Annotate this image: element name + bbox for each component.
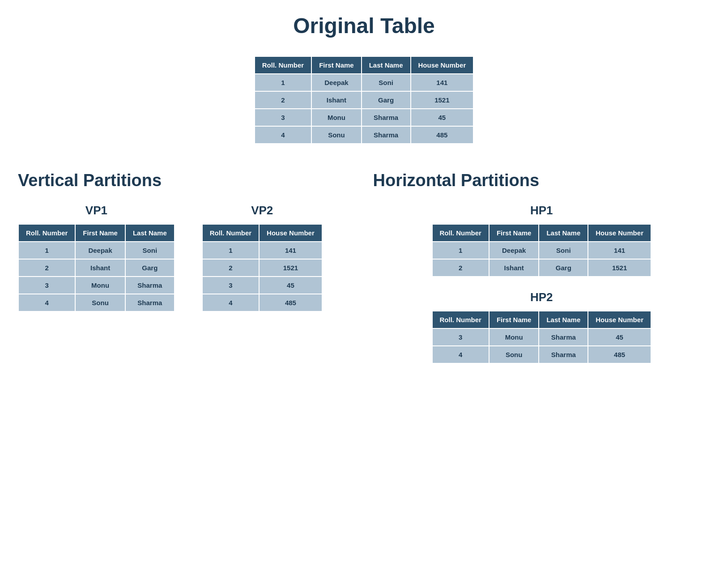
table-cell: Sharma (362, 126, 411, 144)
table-cell: 1521 (259, 259, 322, 277)
vp-container: VP1 Roll. NumberFirst NameLast Name1Deep… (18, 204, 355, 312)
table-cell: Ishant (75, 259, 125, 277)
vp2-table: Roll. NumberHouse Number1141215213454485 (202, 224, 323, 312)
table-cell: 4 (255, 126, 311, 144)
table-row: 2IshantGarg1521 (255, 91, 473, 109)
table-cell: Garg (539, 259, 588, 277)
hp2-title: HP2 (530, 290, 553, 304)
table-header: Last Name (362, 56, 411, 74)
table-row: 3MonuSharma45 (255, 109, 473, 126)
table-cell: 4 (202, 294, 259, 311)
horizontal-partitions-section: Horizontal Partitions HP1 Roll. NumberFi… (373, 171, 711, 364)
vp1-title: VP1 (85, 204, 107, 217)
table-cell: Ishant (489, 259, 539, 277)
table-cell: 1 (255, 74, 311, 91)
table-row: 1141 (202, 242, 322, 259)
table-cell: 141 (411, 74, 474, 91)
table-header: House Number (411, 56, 474, 74)
table-cell: Sharma (125, 294, 175, 311)
hp-container: HP1 Roll. NumberFirst NameLast NameHouse… (373, 204, 711, 364)
table-cell: 45 (588, 328, 651, 346)
table-row: 2IshantGarg1521 (432, 259, 651, 277)
table-cell: Sonu (311, 126, 362, 144)
table-row: 3MonuSharma45 (432, 328, 651, 346)
table-cell: Ishant (311, 91, 362, 109)
table-cell: Deepak (489, 242, 539, 259)
table-cell: 4 (18, 294, 75, 311)
table-cell: 2 (255, 91, 311, 109)
vp2-block: VP2 Roll. NumberHouse Number114121521345… (202, 204, 323, 312)
vp2-title: VP2 (251, 204, 273, 217)
table-cell: Deepak (75, 242, 125, 259)
table-header: First Name (75, 224, 125, 242)
table-row: 3MonuSharma (18, 277, 175, 294)
table-cell: 141 (588, 242, 651, 259)
table-cell: Soni (125, 242, 175, 259)
table-row: 4485 (202, 294, 322, 311)
table-header: House Number (259, 224, 322, 242)
hp2-table: Roll. NumberFirst NameLast NameHouse Num… (432, 311, 651, 364)
hp1-title: HP1 (530, 204, 553, 217)
table-cell: Sharma (362, 109, 411, 126)
table-cell: Soni (539, 242, 588, 259)
table-cell: 3 (202, 277, 259, 294)
table-cell: 485 (588, 346, 651, 363)
table-cell: 2 (432, 259, 489, 277)
vp1-block: VP1 Roll. NumberFirst NameLast Name1Deep… (18, 204, 175, 312)
table-cell: 1 (18, 242, 75, 259)
table-header: Roll. Number (18, 224, 75, 242)
table-cell: 1 (432, 242, 489, 259)
table-cell: Deepak (311, 74, 362, 91)
table-cell: Monu (311, 109, 362, 126)
table-cell: 3 (18, 277, 75, 294)
hp1-table: Roll. NumberFirst NameLast NameHouse Num… (432, 224, 651, 277)
table-header: Roll. Number (432, 311, 489, 328)
original-table: Roll. NumberFirst NameLast NameHouse Num… (254, 56, 474, 144)
table-cell: 2 (18, 259, 75, 277)
table-header: House Number (588, 311, 651, 328)
table-header: First Name (489, 311, 539, 328)
vp1-table: Roll. NumberFirst NameLast Name1DeepakSo… (18, 224, 175, 312)
table-row: 1DeepakSoni (18, 242, 175, 259)
table-cell: 1 (202, 242, 259, 259)
table-cell: 45 (259, 277, 322, 294)
table-cell: Garg (125, 259, 175, 277)
table-cell: Garg (362, 91, 411, 109)
table-cell: 3 (255, 109, 311, 126)
table-row: 1DeepakSoni141 (255, 74, 473, 91)
table-cell: 4 (432, 346, 489, 363)
table-cell: Monu (489, 328, 539, 346)
table-row: 2IshantGarg (18, 259, 175, 277)
page-title: Original Table (18, 13, 710, 38)
table-row: 4SonuSharma485 (255, 126, 473, 144)
table-cell: Sonu (75, 294, 125, 311)
table-header: House Number (588, 224, 651, 242)
table-cell: Sonu (489, 346, 539, 363)
hp1-block: HP1 Roll. NumberFirst NameLast NameHouse… (432, 204, 651, 277)
table-cell: Soni (362, 74, 411, 91)
table-cell: 485 (411, 126, 474, 144)
table-row: 1DeepakSoni141 (432, 242, 651, 259)
table-header: Last Name (539, 224, 588, 242)
horizontal-partitions-title: Horizontal Partitions (373, 171, 711, 190)
table-header: Roll. Number (255, 56, 311, 74)
table-cell: Sharma (125, 277, 175, 294)
bottom-sections: Vertical Partitions VP1 Roll. NumberFirs… (18, 171, 710, 364)
table-row: 345 (202, 277, 322, 294)
table-cell: 2 (202, 259, 259, 277)
table-cell: Monu (75, 277, 125, 294)
table-header: Last Name (125, 224, 175, 242)
table-row: 21521 (202, 259, 322, 277)
vertical-partitions-title: Vertical Partitions (18, 171, 355, 190)
original-table-section: Roll. NumberFirst NameLast NameHouse Num… (18, 56, 710, 144)
table-cell: Sharma (539, 328, 588, 346)
hp2-block: HP2 Roll. NumberFirst NameLast NameHouse… (432, 290, 651, 364)
table-header: First Name (311, 56, 362, 74)
table-row: 4SonuSharma485 (432, 346, 651, 363)
table-cell: Sharma (539, 346, 588, 363)
table-cell: 3 (432, 328, 489, 346)
table-cell: 485 (259, 294, 322, 311)
table-cell: 1521 (411, 91, 474, 109)
vertical-partitions-section: Vertical Partitions VP1 Roll. NumberFirs… (18, 171, 355, 312)
table-header: First Name (489, 224, 539, 242)
